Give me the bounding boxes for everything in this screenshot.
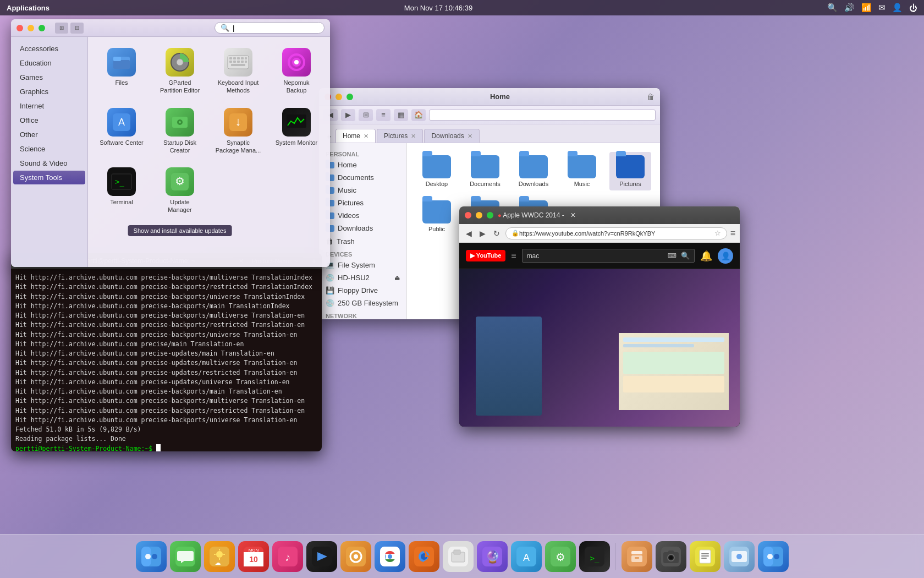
dock-item-terminal[interactable]: >_ bbox=[579, 541, 610, 572]
fm-sidebar-filesystem[interactable]: 💻File System bbox=[319, 259, 406, 271]
sidebar-item-games[interactable]: Games bbox=[13, 70, 85, 84]
fm-column-view-button[interactable]: ▦ bbox=[394, 109, 408, 121]
sidebar-item-education[interactable]: Education bbox=[13, 56, 85, 70]
list-view-button[interactable]: ⊟ bbox=[70, 23, 84, 34]
yt-search-button[interactable]: 🔍 bbox=[681, 252, 690, 260]
fm-file-downloads[interactable]: Downloads bbox=[513, 152, 554, 190]
fm-forward-button[interactable]: ▶ bbox=[341, 109, 355, 121]
app-icon-gparted[interactable]: GPartedPartition Editor bbox=[153, 43, 207, 99]
dock-item-settings[interactable]: ⚙ bbox=[545, 541, 576, 572]
fm-sidebar-home[interactable]: Home bbox=[319, 159, 406, 171]
dock-item-iphoto[interactable] bbox=[724, 541, 755, 572]
mail-icon[interactable]: ✉ bbox=[878, 3, 886, 13]
browser-reload-button[interactable]: ↻ bbox=[491, 228, 502, 239]
dock-item-photos[interactable] bbox=[340, 541, 371, 572]
search-icon[interactable]: 🔍 bbox=[827, 3, 838, 13]
app-icon-software-center[interactable]: A Software Center bbox=[95, 103, 148, 159]
fm-tab-pictures-close[interactable]: ✕ bbox=[411, 133, 416, 140]
app-icon-keyboard[interactable]: Keyboard InputMethods bbox=[211, 43, 265, 99]
app-icon-system-monitor[interactable]: System Monitor bbox=[270, 103, 323, 159]
fm-tab-downloads[interactable]: Downloads ✕ bbox=[424, 129, 479, 143]
fm-file-desktop[interactable]: Desktop bbox=[416, 152, 458, 190]
volume-icon[interactable]: 🔊 bbox=[844, 3, 855, 13]
fm-sidebar-trash[interactable]: 🗑Trash bbox=[319, 235, 406, 248]
user-icon[interactable]: 👤 bbox=[892, 3, 903, 13]
dock-item-firefox[interactable] bbox=[409, 541, 439, 572]
fm-file-music[interactable]: Music bbox=[561, 152, 603, 190]
sidebar-item-sound-video[interactable]: Sound & Video bbox=[13, 156, 85, 170]
app-icon-synaptic[interactable]: ↓ SynapticPackage Mana... bbox=[211, 103, 265, 159]
fm-sidebar-250gb[interactable]: 💿250 GB Filesystem bbox=[319, 297, 406, 309]
app-search-bar[interactable]: 🔍 | bbox=[215, 22, 324, 34]
wifi-icon[interactable]: 📶 bbox=[861, 3, 872, 13]
dock-item-weather[interactable]: ☁ bbox=[204, 541, 235, 572]
fm-sidebar-documents[interactable]: Documents bbox=[319, 171, 406, 184]
dock-item-kdenlive[interactable] bbox=[306, 541, 337, 572]
dock-item-calendar[interactable]: 10MON bbox=[238, 541, 269, 572]
sidebar-item-office[interactable]: Office bbox=[13, 113, 85, 127]
close-button[interactable] bbox=[16, 25, 23, 31]
sidebar-item-graphics[interactable]: Graphics bbox=[13, 85, 85, 99]
fm-trash-icon[interactable]: 🗑 bbox=[647, 92, 654, 101]
fm-tab-home[interactable]: Home ✕ bbox=[336, 129, 376, 143]
browser-url-bar[interactable]: 🔒 https://www.youtube.com/watch?v=cnR9Rk… bbox=[505, 227, 727, 239]
dock-item-magnet[interactable]: 🔮 bbox=[477, 541, 508, 572]
browser-bookmark-icon[interactable]: ☆ bbox=[714, 229, 721, 237]
yt-avatar[interactable]: 👤 bbox=[718, 248, 733, 264]
browser-forward-button[interactable]: ▶ bbox=[477, 228, 488, 239]
yt-bell-icon[interactable]: 🔔 bbox=[700, 250, 712, 262]
app-icon-files[interactable]: Files bbox=[95, 43, 148, 99]
dock-item-files[interactable] bbox=[443, 541, 474, 572]
fm-tab-home-close[interactable]: ✕ bbox=[364, 133, 369, 140]
dock-item-camera[interactable] bbox=[656, 541, 686, 572]
fm-file-public[interactable]: Public bbox=[416, 197, 458, 236]
fm-tab-downloads-close[interactable]: ✕ bbox=[468, 133, 472, 140]
minimize-button[interactable] bbox=[28, 25, 34, 31]
dock-item-finder[interactable] bbox=[136, 541, 167, 572]
browser-menu-button[interactable]: ≡ bbox=[730, 228, 735, 238]
maximize-button[interactable] bbox=[38, 25, 45, 31]
fm-sidebar-pictures[interactable]: Pictures bbox=[319, 197, 406, 209]
fm-sidebar-downloads[interactable]: Downloads bbox=[319, 222, 406, 235]
fm-grid-view-button[interactable]: ⊞ bbox=[359, 109, 373, 121]
yt-menu-icon[interactable]: ≡ bbox=[511, 251, 516, 261]
browser-tab-close[interactable]: ✕ bbox=[570, 211, 576, 219]
fm-sidebar-floppy[interactable]: 💾Floppy Drive bbox=[319, 284, 406, 297]
power-icon[interactable]: ⏻ bbox=[909, 3, 917, 13]
sidebar-item-system-tools[interactable]: System Tools bbox=[13, 171, 85, 184]
browser-close-button[interactable] bbox=[465, 212, 471, 219]
dock-item-chrome[interactable] bbox=[375, 541, 405, 572]
fm-path-bar[interactable] bbox=[429, 110, 656, 121]
fm-list-view-button[interactable]: ≡ bbox=[376, 109, 391, 121]
dock-item-appstore[interactable]: A bbox=[511, 541, 542, 572]
fm-sidebar-videos[interactable]: Videos bbox=[319, 209, 406, 222]
sidebar-item-accessories[interactable]: Accessories bbox=[13, 42, 85, 56]
fm-file-documents[interactable]: Documents bbox=[464, 152, 506, 190]
app-icon-startup-disk[interactable]: Startup DiskCreator bbox=[153, 103, 207, 159]
fm-sidebar-music[interactable]: Music bbox=[319, 184, 406, 197]
browser-maximize-button[interactable] bbox=[487, 212, 493, 219]
browser-minimize-button[interactable] bbox=[476, 212, 482, 219]
svg-rect-87 bbox=[701, 555, 709, 557]
app-icon-nepomuk[interactable]: NepomukBackup bbox=[270, 43, 323, 99]
sidebar-item-science[interactable]: Science bbox=[13, 142, 85, 156]
sidebar-item-other[interactable]: Other bbox=[13, 128, 85, 141]
app-icon-update-manager[interactable]: ⚙ UpdateManager Show and install availab… bbox=[153, 163, 207, 219]
dock-item-archive[interactable] bbox=[622, 541, 652, 572]
fm-sidebar-hd-hsu2[interactable]: 💿HD-HSU2 ⏏ bbox=[319, 271, 406, 284]
app-menu[interactable]: Applications bbox=[7, 4, 50, 12]
app-icon-terminal[interactable]: >_ Terminal bbox=[95, 163, 148, 219]
grid-view-button[interactable]: ⊞ bbox=[55, 23, 68, 34]
yt-search-bar[interactable]: mac ⌨ 🔍 bbox=[522, 249, 695, 263]
dock-item-messages[interactable] bbox=[170, 541, 201, 572]
dock-item-finder2[interactable] bbox=[758, 541, 789, 572]
fm-maximize-button[interactable] bbox=[346, 94, 353, 100]
dock-item-pages[interactable] bbox=[690, 541, 721, 572]
browser-back-button[interactable]: ◀ bbox=[464, 228, 474, 239]
fm-home-button[interactable]: 🏠 bbox=[411, 109, 426, 121]
fm-minimize-button[interactable] bbox=[336, 94, 342, 100]
fm-tab-pictures[interactable]: Pictures ✕ bbox=[377, 129, 423, 143]
sidebar-item-internet[interactable]: Internet bbox=[13, 99, 85, 113]
fm-file-pictures[interactable]: Pictures bbox=[609, 152, 651, 190]
dock-item-music[interactable]: ♪ bbox=[272, 541, 303, 572]
